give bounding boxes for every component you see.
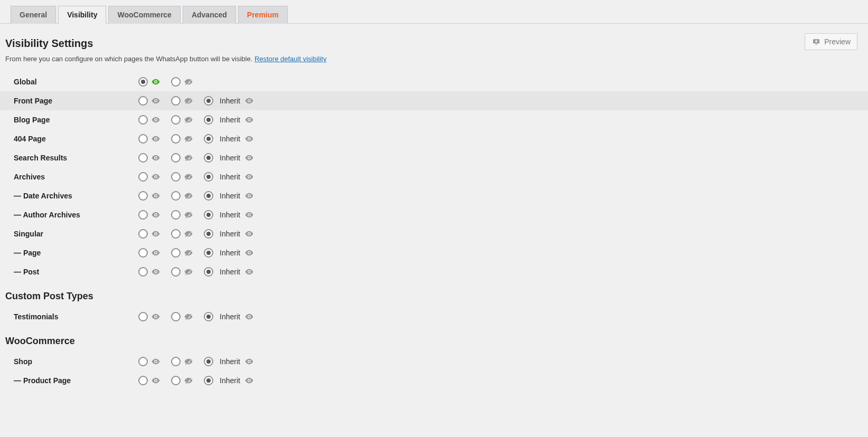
radio-singular-hide[interactable] xyxy=(171,229,181,239)
inherit-label: Inherit xyxy=(220,135,240,143)
radio-page_404-show[interactable] xyxy=(138,134,148,144)
radio-product_page-show[interactable] xyxy=(138,376,148,385)
eye-inherit-icon xyxy=(244,134,254,144)
radio-page_404-inherit[interactable] xyxy=(204,134,213,144)
eye-inherit-icon xyxy=(244,312,254,321)
radio-page-inherit[interactable] xyxy=(204,248,213,258)
radio-blog_page-inherit[interactable] xyxy=(204,115,213,125)
radio-singular-show[interactable] xyxy=(138,229,148,239)
row-controls: Inherit xyxy=(138,357,261,366)
eye-inherit-icon xyxy=(244,376,254,385)
tab-visibility[interactable]: Visibility xyxy=(58,6,106,24)
radio-page-hide[interactable] xyxy=(171,248,181,258)
radio-date_archives-show[interactable] xyxy=(138,191,148,201)
radio-front_page-hide[interactable] xyxy=(171,96,181,106)
row-front_page: Front PageInherit xyxy=(0,91,868,110)
row-label-search_results: Search Results xyxy=(6,154,138,162)
row-controls: Inherit xyxy=(138,210,261,220)
eye-hide-icon xyxy=(184,96,193,106)
inherit-label: Inherit xyxy=(220,312,240,321)
eye-inherit-icon xyxy=(244,248,254,258)
radio-front_page-inherit[interactable] xyxy=(204,96,213,106)
eye-show-icon xyxy=(151,191,161,201)
page-description: From here you can configure on which pag… xyxy=(0,55,868,72)
eye-inherit-icon xyxy=(244,210,254,220)
radio-product_page-inherit[interactable] xyxy=(204,376,213,385)
eye-show-icon xyxy=(151,312,161,321)
row-post: PostInherit xyxy=(0,262,868,281)
eye-inherit-icon xyxy=(244,191,254,201)
eye-hide-icon xyxy=(184,376,193,385)
eye-hide-icon xyxy=(184,134,193,144)
section-woocommerce: WooCommerce xyxy=(0,326,868,352)
radio-date_archives-hide[interactable] xyxy=(171,191,181,201)
radio-page_404-hide[interactable] xyxy=(171,134,181,144)
radio-singular-inherit[interactable] xyxy=(204,229,213,239)
radio-archives-hide[interactable] xyxy=(171,172,181,182)
settings-tabs: General Visibility WooCommerce Advanced … xyxy=(0,0,868,24)
radio-shop-inherit[interactable] xyxy=(204,357,213,366)
row-author_archives: Author ArchivesInherit xyxy=(0,205,868,224)
radio-post-inherit[interactable] xyxy=(204,267,213,277)
row-controls: Inherit xyxy=(138,191,261,201)
eye-hide-icon xyxy=(184,172,193,182)
row-page_404: 404 PageInherit xyxy=(0,129,868,148)
radio-testimonials-hide[interactable] xyxy=(171,312,181,321)
row-label-archives: Archives xyxy=(6,173,138,181)
radio-archives-inherit[interactable] xyxy=(204,172,213,182)
radio-search_results-show[interactable] xyxy=(138,153,148,163)
eye-hide-icon xyxy=(184,77,193,87)
inherit-label: Inherit xyxy=(220,230,240,238)
radio-author_archives-show[interactable] xyxy=(138,210,148,220)
eye-inherit-icon xyxy=(244,267,254,277)
tab-advanced[interactable]: Advanced xyxy=(183,6,236,24)
row-singular: SingularInherit xyxy=(0,224,868,243)
radio-shop-show[interactable] xyxy=(138,357,148,366)
inherit-label: Inherit xyxy=(220,192,240,200)
radio-post-show[interactable] xyxy=(138,267,148,277)
radio-search_results-inherit[interactable] xyxy=(204,153,213,163)
radio-search_results-hide[interactable] xyxy=(171,153,181,163)
eye-show-icon xyxy=(151,210,161,220)
eye-hide-icon xyxy=(184,357,193,366)
radio-front_page-show[interactable] xyxy=(138,96,148,106)
radio-author_archives-hide[interactable] xyxy=(171,210,181,220)
radio-date_archives-inherit[interactable] xyxy=(204,191,213,201)
radio-product_page-hide[interactable] xyxy=(171,376,181,385)
restore-default-link[interactable]: Restore default visibility xyxy=(254,55,327,63)
tab-premium[interactable]: Premium xyxy=(238,6,288,24)
radio-global-show[interactable] xyxy=(138,77,148,87)
radio-global-hide[interactable] xyxy=(171,77,181,87)
radio-post-hide[interactable] xyxy=(171,267,181,277)
row-label-product_page: Product Page xyxy=(6,376,138,385)
eye-inherit-icon xyxy=(244,96,254,106)
tab-woocommerce[interactable]: WooCommerce xyxy=(108,6,180,24)
row-label-blog_page: Blog Page xyxy=(6,116,138,124)
eye-show-icon xyxy=(151,115,161,125)
row-search_results: Search ResultsInherit xyxy=(0,148,868,167)
eye-show-icon xyxy=(151,96,161,106)
inherit-label: Inherit xyxy=(220,357,240,366)
row-controls: Inherit xyxy=(138,267,261,277)
eye-show-icon xyxy=(151,376,161,385)
eye-inherit-icon xyxy=(244,153,254,163)
radio-blog_page-show[interactable] xyxy=(138,115,148,125)
radio-author_archives-inherit[interactable] xyxy=(204,210,213,220)
eye-inherit-icon xyxy=(244,229,254,239)
row-testimonials: TestimonialsInherit xyxy=(0,307,868,326)
row-controls: Inherit xyxy=(138,312,261,321)
radio-testimonials-inherit[interactable] xyxy=(204,312,213,321)
eye-show-icon xyxy=(151,172,161,182)
radio-blog_page-hide[interactable] xyxy=(171,115,181,125)
row-product_page: Product PageInherit xyxy=(0,371,868,390)
radio-testimonials-show[interactable] xyxy=(138,312,148,321)
eye-hide-icon xyxy=(184,153,193,163)
radio-page-show[interactable] xyxy=(138,248,148,258)
radio-shop-hide[interactable] xyxy=(171,357,181,366)
eye-hide-icon xyxy=(184,312,193,321)
preview-button[interactable]: Preview xyxy=(805,33,857,50)
radio-archives-show[interactable] xyxy=(138,172,148,182)
eye-inherit-icon xyxy=(244,172,254,182)
inherit-label: Inherit xyxy=(220,376,240,385)
tab-general[interactable]: General xyxy=(11,6,56,24)
